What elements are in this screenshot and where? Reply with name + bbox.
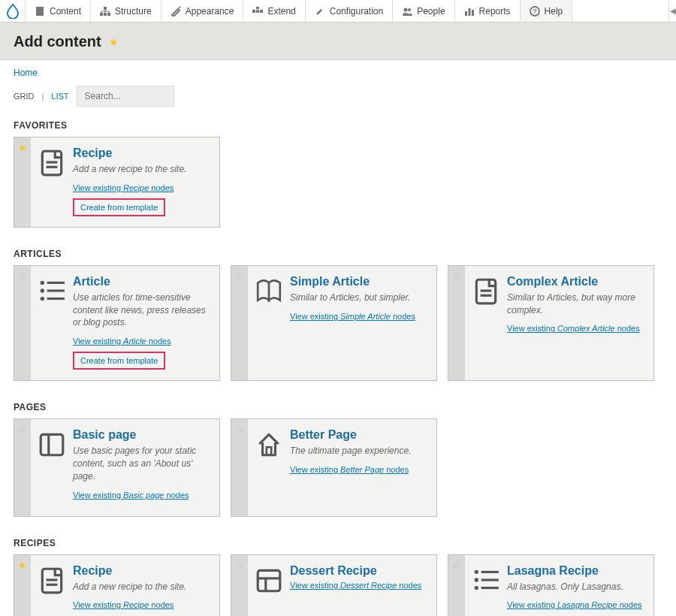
card-title[interactable]: Complex Article [507,275,644,288]
view-existing-link[interactable]: View existing Complex Article nodes [507,324,644,333]
star-icon[interactable]: ☆ [452,270,461,380]
favorite-column: ☆ [14,419,31,515]
card-description: Add a new recipe to the site. [73,581,210,593]
search-input[interactable] [77,86,174,107]
section-heading: FAVORITES [14,120,662,131]
content-type-card: ☆Simple ArticleSimilar to Articles, but … [231,265,437,381]
card-title[interactable]: Dessert Recipe [290,564,427,578]
svg-rect-23 [256,7,259,9]
help-icon: ? [530,6,540,17]
toolbar-configuration[interactable]: Configuration [306,0,393,22]
card-description: Use articles for time-sensitive content … [73,291,210,329]
view-list[interactable]: LIST [51,92,68,101]
card-title[interactable]: Basic page [73,428,210,442]
content-type-card: ☆Dessert RecipeView existing Dessert Rec… [231,554,437,616]
view-existing-link[interactable]: View existing Article nodes [73,337,210,346]
page-title: Add content [14,33,101,50]
card-body: Lasagna RecipeAll lasagnas. Only Lasagna… [507,555,653,616]
card-body: Simple ArticleSimilar to Articles, but s… [290,266,436,380]
card-body: Basic pageUse basic pages for your stati… [73,419,219,515]
star-icon[interactable]: ☆ [235,560,244,616]
view-grid[interactable]: GRID [14,92,35,101]
toolbar-label: Configuration [330,6,383,17]
toolbar-label: Appearance [186,6,234,17]
section-heading: ARTICLES [14,249,662,259]
svg-rect-26 [465,11,467,16]
svg-rect-22 [260,10,263,13]
card-grid: ★RecipeAdd a new recipe to the site.View… [14,137,662,228]
svg-text:?: ? [533,8,537,15]
content-type-card: ☆Basic pageUse basic pages for your stat… [14,418,220,516]
svg-point-24 [404,8,408,11]
svg-rect-27 [468,8,470,16]
card-title[interactable]: Recipe [73,564,210,578]
view-existing-link[interactable]: View existing Recipe nodes [73,183,210,192]
card-description: All lasagnas. Only Lasagnas. [507,581,644,593]
card-body: RecipeAdd a new recipe to the site.View … [73,137,219,227]
appearance-icon [171,6,181,17]
breadcrumb-home[interactable]: Home [14,68,38,78]
star-icon[interactable]: ★ [18,560,27,616]
grid-icon [248,555,290,616]
home-icon [248,419,290,515]
drupal-logo[interactable] [0,0,26,22]
create-from-template-button[interactable]: Create from template [73,352,165,370]
toolbar-extend[interactable]: Extend [243,0,305,22]
star-icon[interactable]: ☆ [452,560,461,616]
content-type-card: ☆Better PageThe ultimate page experience… [231,418,437,516]
toolbar-appearance[interactable]: Appearance [161,0,244,22]
toolbar-structure[interactable]: Structure [91,0,161,22]
content-type-card: ★RecipeAdd a new recipe to the site.View… [14,137,220,228]
book-icon [248,266,290,380]
view-existing-link[interactable]: View existing Recipe nodes [73,600,210,609]
star-icon[interactable]: ★ [109,36,119,48]
svg-rect-20 [252,10,255,13]
favorite-column: ☆ [14,266,31,380]
toolbar-collapse[interactable]: ◀ [668,0,676,22]
view-existing-link[interactable]: View existing Basic page nodes [73,491,210,500]
toolbar-content[interactable]: Content [26,0,91,22]
star-icon[interactable]: ☆ [235,270,244,380]
view-existing-link[interactable]: View existing Dessert Recipe nodes [290,581,427,590]
toolbar-label: Reports [479,6,511,17]
toolbar-reports[interactable]: Reports [455,0,521,22]
view-existing-link[interactable]: View existing Simple Article nodes [290,312,427,321]
card-title[interactable]: Recipe [73,146,210,160]
card-title[interactable]: Lasagna Recipe [507,564,644,578]
view-existing-link[interactable]: View existing Better Page nodes [290,465,427,474]
star-icon[interactable]: ☆ [18,424,27,515]
svg-rect-18 [104,13,107,16]
card-body: Dessert RecipeView existing Dessert Reci… [290,555,436,616]
people-icon [402,6,412,17]
card-title[interactable]: Article [73,275,210,288]
card-title[interactable]: Better Page [290,428,427,442]
page-header: Add content ★ [0,23,676,60]
svg-rect-16 [104,7,107,10]
star-icon[interactable]: ☆ [18,270,27,380]
svg-rect-28 [472,10,474,16]
toolbar-people[interactable]: People [393,0,454,22]
card-body: RecipeAdd a new recipe to the site.View … [73,555,219,616]
favorite-column: ★ [14,137,31,227]
view-toggle: GRID | LIST [14,86,662,107]
svg-rect-19 [107,13,110,16]
card-body: Better PageThe ultimate page experience.… [290,419,436,515]
card-description: Similar to Articles, but simpler. [290,291,427,304]
file-icon [35,6,45,17]
toolbar-help[interactable]: ? Help [521,0,573,22]
create-from-template-button[interactable]: Create from template [73,198,165,216]
toolbar-label: People [417,6,445,17]
favorite-column: ☆ [231,266,248,380]
favorite-column: ☆ [448,266,465,380]
star-icon[interactable]: ☆ [235,424,244,515]
card-body: Complex ArticleSimilar to Articles, but … [507,266,653,380]
star-icon[interactable]: ★ [18,142,27,227]
list-icon [465,555,507,616]
section-heading: PAGES [14,402,662,412]
card-description: Use basic pages for your static content,… [73,445,210,482]
favorite-column: ☆ [231,419,248,515]
view-existing-link[interactable]: View existing Lasagna Recipe nodes [507,600,644,609]
card-title[interactable]: Simple Article [290,275,427,288]
toolbar-label: Help [545,6,563,17]
config-icon [315,6,325,17]
